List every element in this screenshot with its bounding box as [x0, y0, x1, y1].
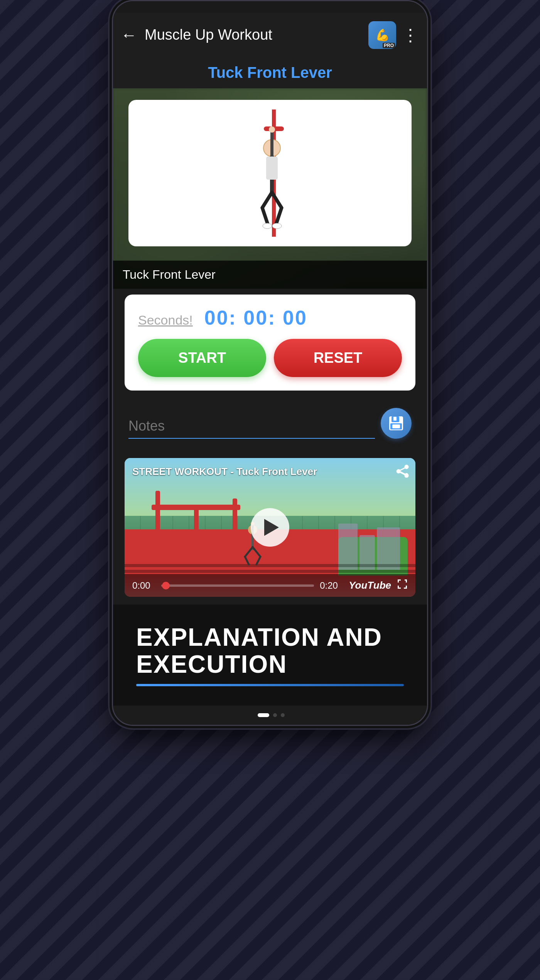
horizontal-bar [152, 505, 240, 510]
svg-line-24 [245, 557, 249, 564]
svg-point-12 [272, 223, 282, 229]
svg-line-9 [262, 208, 268, 225]
notes-input[interactable] [128, 414, 375, 439]
exercise-card [128, 100, 412, 246]
timer-label-row: Seconds! 00: 00: 00 [138, 306, 402, 329]
exercise-title-bar: Tuck Front Lever [113, 57, 427, 88]
low-bar [152, 540, 198, 545]
video-progress-dot [162, 582, 170, 589]
indicator-dot-2 [273, 713, 277, 717]
svg-line-22 [245, 547, 253, 557]
timer-label: Seconds! [138, 313, 193, 328]
video-controls-bar: 0:00 0:20 YouTube [125, 574, 415, 597]
timer-section: Seconds! 00: 00: 00 START RESET [125, 295, 415, 391]
save-notes-button[interactable] [381, 408, 412, 439]
nav-bar: ← Muscle Up Workout PRO ⋮ [113, 13, 427, 57]
back-button[interactable]: ← [121, 27, 137, 43]
svg-line-7 [262, 192, 272, 208]
phone-bottom-indicator [113, 706, 428, 725]
svg-rect-15 [393, 417, 397, 421]
fullscreen-icon [397, 579, 408, 589]
video-progress-bar[interactable] [161, 584, 314, 587]
timer-buttons: START RESET [138, 339, 402, 377]
nav-icons: PRO ⋮ [368, 21, 419, 49]
youtube-logo: YouTube [349, 579, 391, 591]
video-container[interactable]: STREET WORKOUT - Tuck Front Lever 0:00 [125, 458, 415, 597]
svg-line-23 [253, 547, 260, 557]
exercise-name-text: Tuck Front Lever [123, 268, 216, 281]
start-button[interactable]: START [138, 339, 266, 377]
notes-section [113, 396, 427, 450]
save-icon [388, 416, 404, 431]
play-button[interactable] [251, 508, 289, 547]
bottom-section: EXPLANATION AND EXECUTION [113, 605, 427, 706]
svg-point-5 [269, 126, 275, 133]
pro-label: PRO [383, 43, 395, 48]
exercise-image-area: Tuck Front Lever [113, 88, 427, 289]
explanation-underline [136, 684, 404, 686]
indicator-dot-1 [258, 713, 269, 717]
notes-input-row [128, 408, 412, 439]
status-bar [113, 1, 427, 13]
video-section[interactable]: STREET WORKOUT - Tuck Front Lever 0:00 [125, 458, 415, 597]
reset-button[interactable]: RESET [274, 339, 402, 377]
svg-line-25 [256, 557, 260, 564]
menu-button[interactable]: ⋮ [402, 25, 419, 45]
video-share-button[interactable] [396, 464, 410, 481]
svg-point-11 [263, 223, 272, 229]
explanation-title: EXPLANATION AND EXECUTION [136, 624, 404, 678]
video-time-end: 0:20 [320, 580, 343, 591]
share-icon [396, 464, 410, 478]
exercise-svg [212, 109, 328, 237]
pro-badge-icon[interactable]: PRO [368, 21, 396, 49]
video-title-overlay: STREET WORKOUT - Tuck Front Lever [132, 466, 317, 478]
play-triangle-icon [264, 519, 279, 536]
nav-title: Muscle Up Workout [145, 27, 368, 43]
exercise-name-overlay: Tuck Front Lever [113, 261, 427, 289]
fence [125, 560, 415, 576]
exercise-title: Tuck Front Lever [208, 64, 332, 81]
video-time-start: 0:00 [132, 580, 155, 591]
svg-line-10 [276, 208, 282, 225]
svg-rect-6 [266, 157, 278, 180]
svg-rect-17 [392, 424, 400, 428]
fullscreen-button[interactable] [397, 579, 408, 592]
exercise-figure [128, 100, 412, 246]
indicator-dot-3 [281, 713, 285, 717]
timer-display: 00: 00: 00 [204, 306, 307, 329]
